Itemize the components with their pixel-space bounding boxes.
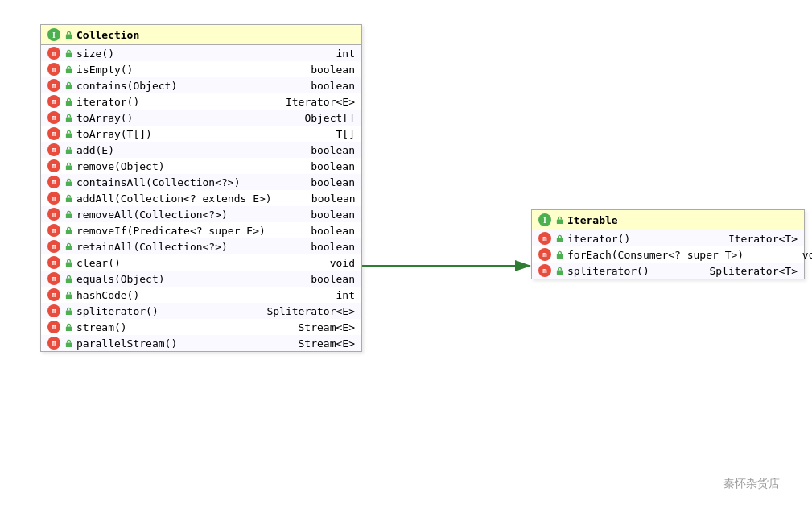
iterable-lock-icon xyxy=(554,215,564,225)
svg-rect-17 xyxy=(65,310,71,315)
method-name: toArray(T[]) xyxy=(76,128,271,140)
method-lock-icon xyxy=(64,322,73,332)
method-row: m removeIf(Predicate<? super E>)boolean xyxy=(41,222,361,238)
svg-rect-22 xyxy=(556,254,562,259)
method-row: m addAll(Collection<? extends E>)boolean xyxy=(41,190,361,206)
method-row: m iterator()Iterator<E> xyxy=(41,93,361,110)
method-badge: m xyxy=(47,79,60,92)
svg-rect-6 xyxy=(65,133,71,138)
method-name: isEmpty() xyxy=(76,64,271,76)
method-row: m clear()void xyxy=(41,254,361,271)
svg-rect-20 xyxy=(556,219,562,224)
method-name: addAll(Collection<? extends E>) xyxy=(76,192,272,205)
method-name: parallelStream() xyxy=(76,337,271,350)
method-badge: m xyxy=(538,264,551,277)
svg-rect-19 xyxy=(65,342,71,347)
svg-rect-7 xyxy=(65,149,71,154)
return-type: void xyxy=(747,249,812,261)
method-row: m remove(Object)boolean xyxy=(41,158,361,174)
svg-rect-8 xyxy=(65,165,71,170)
method-badge: m xyxy=(47,63,60,76)
iterable-box: I Iterable m iterator()Iterator<T>m forE… xyxy=(531,209,805,279)
svg-rect-16 xyxy=(65,294,71,299)
method-badge: m xyxy=(47,127,60,140)
method-name: toArray() xyxy=(76,112,271,124)
collection-lock-icon xyxy=(64,30,73,39)
return-type: boolean xyxy=(274,64,355,76)
method-lock-icon xyxy=(64,209,73,219)
svg-rect-18 xyxy=(65,326,71,331)
return-type: boolean xyxy=(274,176,355,188)
method-lock-icon xyxy=(64,81,73,90)
method-lock-icon xyxy=(64,64,73,74)
return-type: T[] xyxy=(274,128,355,140)
svg-rect-10 xyxy=(65,197,71,202)
method-badge: m xyxy=(47,143,60,156)
svg-rect-11 xyxy=(65,213,71,218)
method-name: spliterator() xyxy=(76,305,263,317)
return-type: int xyxy=(274,48,355,60)
method-badge: m xyxy=(47,321,60,333)
method-name: clear() xyxy=(76,257,271,269)
method-name: removeIf(Predicate<? super E>) xyxy=(76,225,271,237)
collection-box: I Collection m size()intm isEmpty()boole… xyxy=(40,24,362,352)
method-row: m stream()Stream<E> xyxy=(41,319,361,335)
return-type: Iterator<T> xyxy=(717,233,798,245)
method-lock-icon xyxy=(554,234,564,243)
return-type: Stream<E> xyxy=(274,337,355,350)
method-lock-icon xyxy=(64,193,73,203)
method-name: spliterator() xyxy=(567,265,706,277)
method-row: m isEmpty()boolean xyxy=(41,61,361,77)
return-type: boolean xyxy=(274,160,355,172)
return-type: boolean xyxy=(274,241,355,253)
method-row: m contains(Object)boolean xyxy=(41,77,361,93)
svg-rect-9 xyxy=(65,181,71,186)
method-row: m parallelStream()Stream<E> xyxy=(41,335,361,351)
method-badge: m xyxy=(47,159,60,172)
return-type: boolean xyxy=(274,225,355,237)
method-badge: m xyxy=(538,248,551,261)
method-name: size() xyxy=(76,48,271,60)
return-type: boolean xyxy=(274,273,355,285)
method-badge: m xyxy=(47,208,60,221)
return-type: void xyxy=(274,257,355,269)
method-badge: m xyxy=(538,232,551,245)
watermark: 秦怀杂货店 xyxy=(723,477,780,491)
method-row: m spliterator()Spliterator<T> xyxy=(532,263,804,279)
method-row: m iterator()Iterator<T> xyxy=(532,230,804,246)
method-lock-icon xyxy=(64,113,73,122)
method-badge: m xyxy=(47,288,60,301)
iterable-interface-badge: I xyxy=(538,213,551,226)
method-row: m containsAll(Collection<?>)boolean xyxy=(41,174,361,190)
method-lock-icon xyxy=(64,161,73,171)
method-lock-icon xyxy=(64,258,73,267)
iterable-header: I Iterable xyxy=(532,210,804,230)
method-row: m forEach(Consumer<? super T>)void xyxy=(532,246,804,263)
method-name: equals(Object) xyxy=(76,273,271,285)
return-type: Iterator<E> xyxy=(274,96,355,108)
method-row: m removeAll(Collection<?>)boolean xyxy=(41,206,361,222)
return-type: boolean xyxy=(274,209,355,221)
collection-header: I Collection xyxy=(41,25,361,45)
return-type: boolean xyxy=(274,80,355,92)
method-name: forEach(Consumer<? super T>) xyxy=(567,249,744,261)
method-lock-icon xyxy=(64,129,73,139)
method-row: m add(E)boolean xyxy=(41,142,361,158)
method-row: m toArray(T[])T[] xyxy=(41,126,361,142)
method-badge: m xyxy=(47,176,60,188)
method-name: containsAll(Collection<?>) xyxy=(76,176,271,188)
method-lock-icon xyxy=(64,177,73,187)
method-badge: m xyxy=(47,111,60,124)
method-badge: m xyxy=(47,95,60,108)
method-lock-icon xyxy=(64,97,73,106)
method-name: stream() xyxy=(76,321,271,333)
method-name: add(E) xyxy=(76,144,271,156)
method-badge: m xyxy=(47,337,60,350)
svg-rect-4 xyxy=(65,101,71,105)
return-type: boolean xyxy=(274,144,355,156)
method-lock-icon xyxy=(64,242,73,251)
svg-rect-23 xyxy=(556,270,562,275)
method-row: m hashCode()int xyxy=(41,287,361,303)
svg-rect-14 xyxy=(65,262,71,267)
method-badge: m xyxy=(47,47,60,60)
